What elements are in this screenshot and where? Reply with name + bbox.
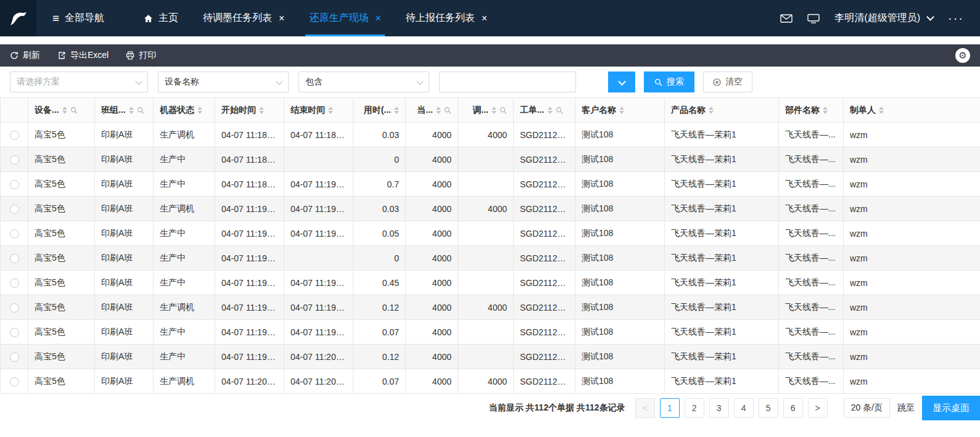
chevron-down-icon [416, 78, 423, 84]
sort-icon[interactable] [394, 107, 399, 114]
page-button-6[interactable]: 6 [783, 398, 803, 418]
column-search-icon[interactable] [444, 107, 451, 114]
table-row[interactable]: 高宝5色印刷A班生产调机04-07 11:18:2704-07 11:18:29… [1, 123, 980, 147]
cell: 飞天线香—茉莉1 [665, 271, 779, 295]
tab-home[interactable]: 主页 [131, 0, 191, 36]
column-header[interactable]: 开始时间 [215, 98, 284, 123]
sort-icon[interactable] [197, 107, 202, 114]
tab-pending-ink-tasks[interactable]: 待调墨任务列表 × [191, 0, 297, 36]
sort-icon[interactable] [436, 107, 441, 114]
page-button-5[interactable]: 5 [759, 398, 778, 418]
row-radio[interactable] [10, 377, 19, 386]
app-logo[interactable] [0, 0, 36, 36]
column-header[interactable]: 当... [406, 98, 458, 123]
plan-select[interactable]: 请选择方案 [10, 71, 148, 92]
row-radio[interactable] [10, 328, 19, 337]
sort-icon[interactable] [619, 107, 624, 114]
table-row[interactable]: 高宝5色印刷A班生产中04-07 11:18:2904-07 11:19:110… [1, 172, 980, 197]
cell: 印刷A班 [95, 123, 154, 147]
search-button[interactable]: 搜索 [644, 71, 694, 92]
column-search-icon[interactable] [556, 107, 563, 114]
sort-icon[interactable] [328, 107, 333, 114]
row-radio[interactable] [10, 254, 19, 263]
cell: SGD211200... [514, 320, 575, 345]
table-row[interactable]: 高宝5色印刷A班生产中04-07 11:18:2904000SGD211200.… [1, 147, 980, 172]
close-icon[interactable]: × [375, 14, 381, 23]
sort-icon[interactable] [259, 107, 264, 114]
page-button-2[interactable]: 2 [685, 398, 704, 418]
all-navigation-button[interactable]: ≡ 全部导航 [36, 0, 120, 36]
field-select[interactable]: 设备名称 [158, 71, 289, 92]
clear-button[interactable]: 清空 [703, 71, 752, 92]
table-row[interactable]: 高宝5色印刷A班生产中04-07 11:19:1504000SGD211200.… [1, 246, 980, 271]
sort-icon[interactable] [548, 107, 553, 114]
tab-restore-production-scene[interactable]: 还原生产现场 × [297, 0, 393, 36]
row-radio[interactable] [10, 279, 19, 288]
column-search-icon[interactable] [70, 107, 78, 114]
keyword-input[interactable] [439, 71, 576, 92]
cell: 印刷A班 [95, 246, 154, 271]
cell: 4000 [458, 123, 514, 147]
column-header[interactable]: 机器状态 [154, 98, 215, 123]
table-row[interactable]: 高宝5色印刷A班生产中04-07 11:19:5004-07 11:19:540… [1, 320, 980, 345]
prev-page-button[interactable]: < [635, 398, 655, 418]
print-button[interactable]: 打印 [126, 50, 156, 61]
column-header[interactable]: 制单人 [844, 98, 980, 123]
sort-icon[interactable] [62, 107, 67, 114]
column-header[interactable]: 工单... [514, 98, 575, 123]
table-row[interactable]: 高宝5色印刷A班生产中04-07 11:19:5404-07 11:20:010… [1, 345, 980, 369]
column-header[interactable]: 结束时间 [284, 98, 353, 123]
row-radio[interactable] [10, 353, 19, 362]
message-panel-icon[interactable] [807, 14, 820, 23]
row-radio[interactable] [10, 131, 19, 140]
row-radio[interactable] [10, 155, 19, 165]
column-header[interactable]: 产品名称 [665, 98, 779, 123]
table-row[interactable]: 高宝5色印刷A班生产中04-07 11:19:1604-07 11:19:430… [1, 271, 980, 295]
cell: 生产调机 [154, 295, 215, 320]
column-header[interactable]: 设备... [28, 98, 95, 123]
tab-pending-report-tasks[interactable]: 待上报任务列表 × [393, 0, 500, 36]
page-button-3[interactable]: 3 [709, 398, 729, 418]
close-icon[interactable]: × [279, 14, 284, 23]
page-button-4[interactable]: 4 [734, 398, 754, 418]
mail-icon[interactable] [780, 14, 793, 23]
refresh-button[interactable]: 刷新 [10, 50, 40, 61]
table-row[interactable]: 高宝5色印刷A班生产中04-07 11:19:1304-07 11:19:160… [1, 221, 980, 246]
page-button-1[interactable]: 1 [660, 398, 680, 418]
column-search-icon[interactable] [500, 107, 507, 114]
expand-advanced-search-button[interactable] [608, 71, 635, 92]
sort-icon[interactable] [492, 107, 496, 114]
row-radio[interactable] [10, 303, 19, 312]
column-header[interactable]: 班组... [95, 98, 154, 123]
next-page-button[interactable]: > [808, 398, 828, 418]
cell: 高宝5色 [28, 271, 95, 295]
row-radio[interactable] [10, 205, 19, 214]
field-select-value: 设备名称 [165, 76, 199, 88]
column-header[interactable]: 客户名称 [575, 98, 665, 123]
row-radio[interactable] [10, 180, 19, 189]
user-menu[interactable]: 李明清(超级管理员) [834, 12, 933, 25]
chevron-down-icon [618, 78, 626, 86]
operator-select[interactable]: 包含 [299, 71, 429, 92]
cell: SGD211200... [514, 246, 575, 271]
column-header[interactable]: 用时(... [353, 98, 406, 123]
column-header[interactable]: 部件名称 [779, 98, 844, 123]
table-row[interactable]: 高宝5色印刷A班生产调机04-07 11:20:0104-07 11:20:05… [1, 369, 980, 394]
column-search-icon[interactable] [137, 107, 144, 114]
sort-icon[interactable] [879, 107, 884, 114]
table-row[interactable]: 高宝5色印刷A班生产调机04-07 11:19:1104-07 11:19:13… [1, 197, 980, 221]
row-radio[interactable] [10, 229, 19, 239]
gear-icon[interactable]: ⚙ [955, 48, 970, 63]
table-row[interactable]: 高宝5色印刷A班生产调机04-07 11:19:4304-07 11:19:50… [1, 295, 980, 320]
cell: wzm [844, 221, 980, 246]
export-excel-button[interactable]: 导出Excel [57, 50, 109, 61]
show-desktop-button[interactable]: 显示桌面 [922, 396, 980, 420]
column-header[interactable]: 调... [458, 98, 514, 123]
sort-icon[interactable] [709, 107, 714, 114]
sort-icon[interactable] [129, 107, 134, 114]
more-options-icon[interactable]: ··· [948, 11, 964, 25]
close-icon[interactable]: × [482, 14, 487, 23]
page-size-select[interactable]: 20 条/页 [844, 398, 890, 418]
cell: 04-07 11:19:54 [215, 345, 284, 369]
sort-icon[interactable] [823, 107, 828, 114]
